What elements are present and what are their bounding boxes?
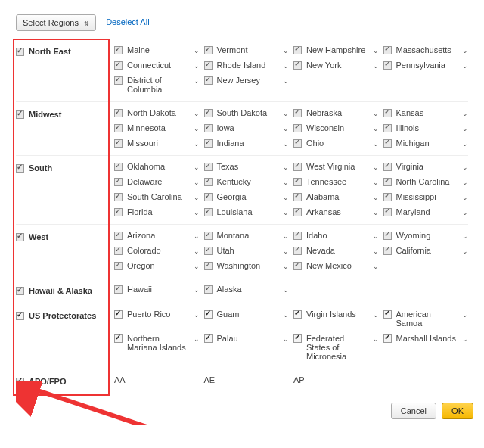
item-checkbox[interactable] (204, 208, 213, 216)
region-checkbox-us-protectorates[interactable] (16, 312, 24, 320)
chevron-down-icon[interactable]: ⌄ (283, 47, 289, 54)
item-checkbox[interactable] (114, 208, 123, 216)
item-checkbox[interactable] (204, 310, 213, 319)
chevron-down-icon[interactable]: ⌄ (194, 232, 200, 240)
item-checkbox[interactable] (114, 46, 123, 54)
chevron-down-icon[interactable]: ⌄ (462, 179, 468, 186)
region-checkbox-north-east[interactable] (16, 48, 24, 56)
chevron-down-icon[interactable]: ⌄ (373, 47, 379, 54)
chevron-down-icon[interactable]: ⌄ (373, 125, 379, 132)
item-checkbox[interactable] (383, 61, 392, 70)
item-checkbox[interactable] (114, 76, 123, 85)
chevron-down-icon[interactable]: ⌄ (283, 209, 289, 216)
item-checkbox[interactable] (383, 124, 392, 132)
select-regions-button[interactable]: Select Regions ⇅ (16, 14, 96, 31)
chevron-down-icon[interactable]: ⌄ (194, 47, 200, 54)
item-checkbox[interactable] (114, 163, 123, 171)
region-checkbox-midwest[interactable] (16, 110, 24, 119)
chevron-down-icon[interactable]: ⌄ (373, 194, 379, 201)
item-checkbox[interactable] (114, 139, 123, 148)
chevron-down-icon[interactable]: ⌄ (283, 62, 289, 70)
chevron-down-icon[interactable]: ⌄ (283, 179, 289, 186)
item-checkbox[interactable] (383, 193, 392, 201)
item-checkbox[interactable] (204, 334, 213, 343)
region-checkbox-hawaii-alaska[interactable] (16, 287, 24, 295)
item-checkbox[interactable] (293, 109, 302, 117)
chevron-down-icon[interactable]: ⌄ (194, 335, 200, 343)
chevron-down-icon[interactable]: ⌄ (373, 335, 379, 343)
cancel-button[interactable]: Cancel (391, 403, 436, 419)
chevron-down-icon[interactable]: ⌄ (194, 77, 200, 85)
chevron-down-icon[interactable]: ⌄ (462, 209, 468, 216)
chevron-down-icon[interactable]: ⌄ (462, 62, 468, 70)
item-checkbox[interactable] (383, 139, 392, 148)
item-checkbox[interactable] (293, 208, 302, 216)
region-checkbox-west[interactable] (16, 233, 24, 241)
chevron-down-icon[interactable]: ⌄ (194, 140, 200, 148)
deselect-all-link[interactable]: Deselect All (106, 17, 149, 26)
item-checkbox[interactable] (114, 178, 123, 186)
chevron-down-icon[interactable]: ⌄ (373, 62, 379, 70)
chevron-down-icon[interactable]: ⌄ (194, 62, 200, 70)
chevron-down-icon[interactable]: ⌄ (373, 179, 379, 186)
chevron-down-icon[interactable]: ⌄ (462, 232, 468, 240)
chevron-down-icon[interactable]: ⌄ (194, 194, 200, 201)
chevron-down-icon[interactable]: ⌄ (373, 110, 379, 117)
chevron-down-icon[interactable]: ⌄ (283, 194, 289, 201)
chevron-down-icon[interactable]: ⌄ (283, 232, 289, 240)
chevron-down-icon[interactable]: ⌄ (283, 263, 289, 270)
chevron-down-icon[interactable]: ⌄ (462, 194, 468, 201)
item-checkbox[interactable] (293, 124, 302, 132)
chevron-down-icon[interactable]: ⌄ (194, 247, 200, 255)
chevron-down-icon[interactable]: ⌄ (283, 311, 289, 319)
chevron-down-icon[interactable]: ⌄ (462, 140, 468, 148)
chevron-down-icon[interactable]: ⌄ (194, 110, 200, 117)
region-checkbox-south[interactable] (16, 164, 24, 173)
chevron-down-icon[interactable]: ⌄ (194, 179, 200, 186)
item-checkbox[interactable] (114, 61, 123, 70)
chevron-down-icon[interactable]: ⌄ (373, 311, 379, 319)
item-checkbox[interactable] (293, 163, 302, 171)
chevron-down-icon[interactable]: ⌄ (462, 125, 468, 132)
chevron-down-icon[interactable]: ⌄ (283, 335, 289, 343)
item-checkbox[interactable] (204, 232, 213, 240)
item-checkbox[interactable] (204, 178, 213, 186)
item-checkbox[interactable] (383, 178, 392, 186)
item-checkbox[interactable] (383, 334, 392, 343)
chevron-down-icon[interactable]: ⌄ (462, 163, 468, 171)
chevron-down-icon[interactable]: ⌄ (194, 286, 200, 294)
item-checkbox[interactable] (293, 178, 302, 186)
region-checkbox-apo-fpo[interactable] (16, 378, 24, 386)
chevron-down-icon[interactable]: ⌄ (283, 125, 289, 132)
chevron-down-icon[interactable]: ⌄ (283, 163, 289, 171)
chevron-down-icon[interactable]: ⌄ (194, 311, 200, 319)
chevron-down-icon[interactable]: ⌄ (283, 140, 289, 148)
item-checkbox[interactable] (293, 334, 302, 343)
item-checkbox[interactable] (204, 285, 213, 294)
chevron-down-icon[interactable]: ⌄ (283, 286, 289, 294)
item-checkbox[interactable] (114, 193, 123, 201)
chevron-down-icon[interactable]: ⌄ (462, 311, 468, 319)
chevron-down-icon[interactable]: ⌄ (373, 140, 379, 148)
chevron-down-icon[interactable]: ⌄ (194, 163, 200, 171)
item-checkbox[interactable] (293, 232, 302, 240)
item-checkbox[interactable] (114, 262, 123, 270)
item-checkbox[interactable] (204, 61, 213, 70)
chevron-down-icon[interactable]: ⌄ (283, 77, 289, 85)
item-checkbox[interactable] (293, 61, 302, 70)
chevron-down-icon[interactable]: ⌄ (373, 232, 379, 240)
item-checkbox[interactable] (204, 247, 213, 255)
item-checkbox[interactable] (383, 208, 392, 216)
item-checkbox[interactable] (383, 247, 392, 255)
item-checkbox[interactable] (293, 262, 302, 270)
item-checkbox[interactable] (114, 109, 123, 117)
chevron-down-icon[interactable]: ⌄ (283, 110, 289, 117)
item-checkbox[interactable] (114, 124, 123, 132)
item-checkbox[interactable] (204, 109, 213, 117)
item-checkbox[interactable] (114, 310, 123, 319)
chevron-down-icon[interactable]: ⌄ (194, 209, 200, 216)
item-checkbox[interactable] (114, 334, 123, 343)
chevron-down-icon[interactable]: ⌄ (194, 125, 200, 132)
chevron-down-icon[interactable]: ⌄ (194, 263, 200, 270)
item-checkbox[interactable] (293, 46, 302, 54)
